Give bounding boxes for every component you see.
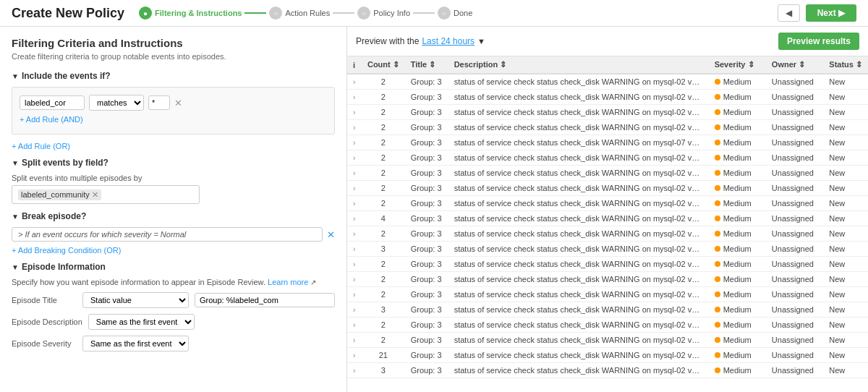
col-header-owner[interactable]: Owner ⇕	[766, 56, 823, 74]
row-severity: Medium	[709, 363, 766, 378]
row-severity: Medium	[709, 333, 766, 348]
learn-more-link[interactable]: Learn more	[268, 278, 308, 286]
expand-arrow[interactable]: ›	[347, 348, 362, 363]
expand-arrow[interactable]: ›	[347, 196, 362, 211]
filter-row: matches equals contains ✕	[20, 95, 327, 111]
row-owner: Unassigned	[766, 211, 823, 226]
row-title: Group: 3	[405, 257, 448, 272]
episode-info-header[interactable]: ▼ Episode Information	[12, 262, 335, 272]
row-count: 2	[362, 272, 405, 287]
expand-arrow[interactable]: ›	[347, 150, 362, 166]
row-owner: Unassigned	[766, 120, 823, 135]
row-status: New	[823, 196, 868, 211]
expand-arrow[interactable]: ›	[347, 166, 362, 181]
row-status: New	[823, 74, 868, 90]
severity-dot	[715, 231, 720, 237]
step-filtering[interactable]: ● Filtering & Instructions	[139, 7, 242, 20]
row-severity: Medium	[709, 196, 766, 211]
col-header-i[interactable]: i	[347, 56, 362, 74]
row-description: status of service check status check_dis…	[448, 74, 709, 90]
col-header-count[interactable]: Count ⇕	[362, 56, 405, 74]
row-count: 2	[362, 226, 405, 242]
severity-dot	[715, 337, 720, 343]
break-rule-text: > If an event occurs for which severity …	[12, 227, 323, 242]
row-count: 2	[362, 90, 405, 105]
page-title: Create New Policy	[12, 6, 124, 21]
severity-dot	[715, 246, 720, 252]
col-header-status[interactable]: Status ⇕	[823, 56, 868, 74]
row-status: New	[823, 272, 868, 287]
col-header-title[interactable]: Title ⇕	[405, 56, 448, 74]
chevron-down-icon-4: ▼	[12, 263, 19, 271]
expand-arrow[interactable]: ›	[347, 74, 362, 90]
step-label-2: Action Rules	[285, 9, 330, 17]
remove-tag-icon[interactable]: ✕	[92, 190, 98, 200]
clear-break-icon[interactable]: ✕	[327, 229, 335, 240]
row-owner: Unassigned	[766, 272, 823, 287]
break-episode-label: Break episode?	[22, 211, 86, 221]
expand-arrow[interactable]: ›	[347, 272, 362, 287]
header-right: ◀ Next ▶	[778, 4, 856, 22]
row-count: 2	[362, 318, 405, 333]
row-owner: Unassigned	[766, 105, 823, 120]
add-breaking-condition-link[interactable]: + Add Breaking Condition (OR)	[12, 246, 335, 255]
col-header-severity[interactable]: Severity ⇕	[709, 56, 766, 74]
expand-arrow[interactable]: ›	[347, 257, 362, 272]
row-severity: Medium	[709, 181, 766, 196]
col-header-desc[interactable]: Description ⇕	[448, 56, 709, 74]
expand-arrow[interactable]: ›	[347, 318, 362, 333]
episode-title-select[interactable]: Static value Same as the first event	[82, 292, 189, 308]
expand-arrow[interactable]: ›	[347, 181, 362, 196]
preview-results-button[interactable]: Preview results	[778, 33, 859, 50]
preview-selector: Preview with the Last 24 hours ▼	[356, 36, 485, 46]
severity-dot	[715, 291, 720, 297]
row-description: status of service check status check_dis…	[448, 135, 709, 150]
chevron-down-icon-5[interactable]: ▼	[477, 37, 485, 46]
step-circle-2: ○	[269, 7, 282, 20]
episode-info-label: Episode Information	[22, 262, 106, 272]
break-episode-header[interactable]: ▼ Break episode?	[12, 211, 335, 221]
table-row: › 2 Group: 3 status of service check sta…	[347, 226, 868, 242]
split-tag-input[interactable]: labeled_community ✕	[12, 185, 200, 204]
expand-arrow[interactable]: ›	[347, 90, 362, 105]
split-into-label: Split events into multiple episodes by	[12, 174, 335, 182]
expand-arrow[interactable]: ›	[347, 287, 362, 302]
add-rule-and-link[interactable]: + Add Rule (AND)	[20, 115, 327, 124]
include-events-header[interactable]: ▼ Include the events if?	[12, 71, 335, 81]
expand-arrow[interactable]: ›	[347, 363, 362, 378]
row-count: 4	[362, 211, 405, 226]
row-title: Group: 3	[405, 150, 448, 166]
expand-arrow[interactable]: ›	[347, 226, 362, 242]
episode-desc-select[interactable]: Same as the first event Static value	[88, 314, 195, 330]
expand-arrow[interactable]: ›	[347, 135, 362, 150]
expand-arrow[interactable]: ›	[347, 333, 362, 348]
expand-arrow[interactable]: ›	[347, 302, 362, 318]
split-events-header[interactable]: ▼ Split events by field?	[12, 158, 335, 168]
section-title: Filtering Criteria and Instructions	[12, 37, 335, 49]
episode-severity-row: Episode Severity Same as the first event…	[12, 336, 335, 351]
step-action-rules[interactable]: ○ Action Rules	[269, 7, 330, 20]
expand-arrow[interactable]: ›	[347, 211, 362, 226]
row-severity: Medium	[709, 90, 766, 105]
filter-operator-select[interactable]: matches equals contains	[89, 95, 144, 111]
row-severity: Medium	[709, 242, 766, 257]
episode-title-input[interactable]	[195, 293, 335, 307]
step-done[interactable]: ○ Done	[438, 7, 472, 20]
next-button[interactable]: Next ▶	[806, 4, 856, 22]
prev-button[interactable]: ◀	[778, 4, 800, 22]
expand-arrow[interactable]: ›	[347, 242, 362, 257]
expand-arrow[interactable]: ›	[347, 105, 362, 120]
step-policy-info[interactable]: ○ Policy Info	[357, 7, 410, 20]
episode-info-subtitle: Specify how you want episode information…	[12, 278, 335, 286]
filter-value-input[interactable]	[148, 95, 170, 110]
filter-field-input[interactable]	[20, 95, 85, 110]
episode-severity-select[interactable]: Same as the first event Static value	[82, 336, 189, 351]
row-title: Group: 3	[405, 74, 448, 90]
clear-filter-icon[interactable]: ✕	[174, 98, 182, 108]
table-row: › 2 Group: 3 status of service check sta…	[347, 257, 868, 272]
preview-time-link[interactable]: Last 24 hours	[422, 36, 475, 46]
expand-arrow[interactable]: ›	[347, 120, 362, 135]
severity-dot	[715, 155, 720, 161]
table-row: › 2 Group: 3 status of service check sta…	[347, 287, 868, 302]
add-rule-or-link[interactable]: + Add Rule (OR)	[12, 142, 335, 150]
